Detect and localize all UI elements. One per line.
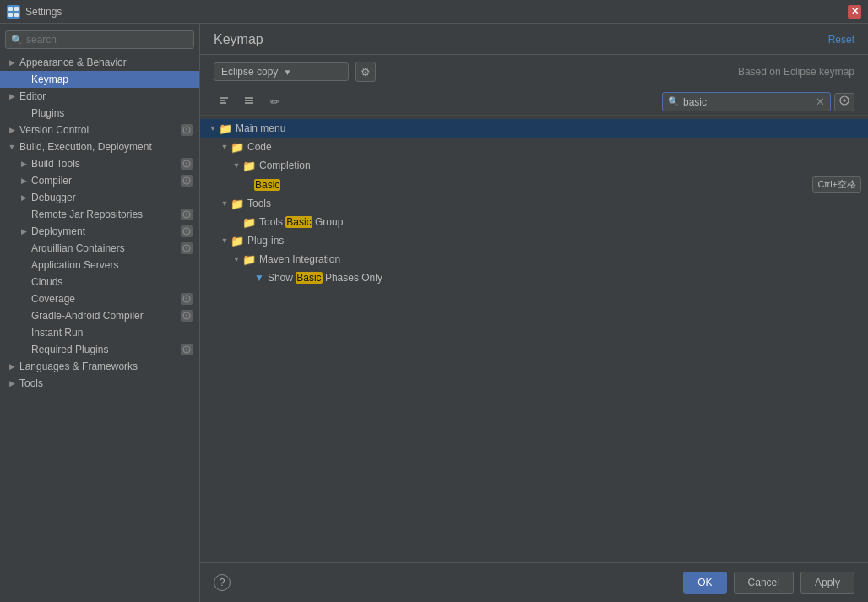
app-icon: [7, 5, 20, 19]
svg-point-18: [186, 232, 187, 233]
sidebar-arrow-icon: ▼: [7, 142, 17, 152]
search-regex-button[interactable]: [834, 93, 854, 111]
sidebar-badge: [181, 293, 193, 305]
sidebar-item-application-servers[interactable]: Application Servers: [0, 257, 199, 274]
sidebar-item-instant-run[interactable]: Instant Run: [0, 324, 199, 341]
tree-item-plug-ins[interactable]: ▼ 📁 Plug-ins: [200, 231, 868, 250]
sidebar-search-box[interactable]: 🔍: [5, 30, 194, 49]
sidebar-item-required-plugins[interactable]: Required Plugins: [0, 341, 199, 358]
sidebar-item-coverage[interactable]: Coverage: [0, 290, 199, 307]
sidebar-badge: [181, 209, 193, 220]
tree-item-maven-integration[interactable]: ▼ 📁 Maven Integration: [200, 250, 868, 268]
tree-label: Maven Integration: [259, 253, 861, 265]
tree-item-tools-basic-group[interactable]: 📁 Tools Basic Group: [200, 213, 868, 231]
title-bar-left: Settings: [7, 5, 62, 19]
sidebar-item-compiler[interactable]: ▶Compiler: [0, 172, 199, 189]
sidebar-arrow-icon: ▶: [19, 159, 29, 169]
search-clear-button[interactable]: ✕: [816, 95, 825, 108]
sidebar-item-label: Coverage: [31, 293, 75, 305]
tree-item-show-basic-phases-only[interactable]: ▼ Show Basic Phases Only: [200, 268, 868, 287]
sidebar-arrow-icon: ▶: [19, 226, 29, 236]
sidebar-arrow-icon: ▶: [7, 91, 17, 101]
edit-button[interactable]: ✏: [264, 93, 285, 111]
cancel-button[interactable]: Cancel: [734, 572, 794, 594]
sidebar-search-input[interactable]: [26, 34, 188, 46]
sidebar-arrow-icon: ▶: [7, 361, 17, 372]
svg-point-6: [186, 131, 187, 132]
sidebar-badge: [181, 225, 193, 237]
sidebar-item-label: Build, Execution, Deployment: [19, 141, 152, 153]
tree-item-tools[interactable]: ▼ 📁 Tools: [200, 194, 868, 213]
sidebar-badge: [181, 158, 193, 170]
sidebar-item-label: Editor: [19, 90, 46, 102]
sidebar-item-label: Languages & Frameworks: [19, 361, 138, 372]
collapse-all-icon: [218, 95, 230, 109]
sidebar-item-plugins[interactable]: Plugins: [0, 105, 199, 122]
arrow-icon: ▼: [207, 122, 219, 134]
tree-label: Plug-ins: [247, 235, 861, 247]
ok-button[interactable]: OK: [683, 572, 726, 594]
svg-point-9: [186, 165, 187, 165]
sidebar-search-icon: 🔍: [11, 35, 23, 46]
keymap-gear-button[interactable]: ⚙: [355, 62, 376, 82]
search-field-row: 🔍 ✕: [662, 92, 854, 111]
expand-all-button[interactable]: [239, 93, 259, 111]
dropdown-arrow-icon: ▼: [283, 68, 291, 77]
keymap-search-input[interactable]: [683, 96, 812, 108]
sidebar-item-label: Plugins: [31, 107, 64, 119]
sidebar-item-arquillian-containers[interactable]: Arquillian Containers: [0, 240, 199, 257]
sidebar-item-appearance-behavior[interactable]: ▶Appearance & Behavior: [0, 54, 199, 71]
tree-item-basic[interactable]: Basic Ctrl+空格: [200, 175, 868, 194]
arrow-icon: ▼: [231, 253, 242, 265]
sidebar-item-debugger[interactable]: ▶Debugger: [0, 189, 199, 206]
tree-item-code[interactable]: ▼ 📁 Code: [200, 138, 868, 156]
sidebar-item-remote-jar-repositories[interactable]: Remote Jar Repositories: [0, 206, 199, 223]
keymap-search-field[interactable]: 🔍 ✕: [662, 92, 831, 111]
highlight-basic: Basic: [296, 272, 322, 284]
svg-rect-2: [8, 13, 13, 17]
svg-point-27: [186, 317, 187, 317]
sidebar: 🔍 ▶Appearance & BehaviorKeymap▶EditorPlu…: [0, 24, 200, 602]
content-title: Keymap: [214, 32, 263, 47]
sidebar-item-label: Instant Run: [31, 327, 83, 339]
main-container: 🔍 ▶Appearance & BehaviorKeymap▶EditorPlu…: [0, 24, 868, 602]
reset-link[interactable]: Reset: [828, 34, 854, 46]
shortcut-badge: Ctrl+空格: [812, 176, 861, 193]
svg-point-30: [186, 350, 187, 351]
sidebar-items-container: ▶Appearance & BehaviorKeymap▶EditorPlugi…: [0, 54, 199, 392]
arrow-icon: ▼: [219, 141, 231, 153]
content-area: Keymap Reset Eclipse copy ▼ ⚙ Based on E…: [200, 24, 868, 602]
sidebar-item-clouds[interactable]: Clouds: [0, 274, 199, 290]
arrow-icon: ▼: [219, 235, 231, 247]
highlight-basic: Basic: [285, 216, 312, 228]
tree-item-main-menu[interactable]: ▼ 📁 Main menu: [200, 119, 868, 138]
svg-point-12: [186, 182, 187, 182]
sidebar-item-version-control[interactable]: ▶Version Control: [0, 122, 199, 138]
sidebar-item-tools[interactable]: ▶Tools: [0, 375, 199, 392]
sidebar-item-languages-frameworks[interactable]: ▶Languages & Frameworks: [0, 358, 199, 375]
sidebar-badge: [181, 124, 193, 136]
sidebar-item-editor[interactable]: ▶Editor: [0, 88, 199, 105]
sidebar-item-build-execution-deployment[interactable]: ▼Build, Execution, Deployment: [0, 138, 199, 155]
folder-icon: 📁: [242, 253, 256, 266]
keymap-dropdown[interactable]: Eclipse copy ▼: [214, 62, 349, 81]
sidebar-item-gradle-android-compiler[interactable]: Gradle-Android Compiler: [0, 307, 199, 324]
svg-rect-1: [14, 7, 19, 11]
collapse-all-button[interactable]: [214, 93, 234, 111]
sidebar-item-deployment[interactable]: ▶Deployment: [0, 223, 199, 240]
tree-label: Show Basic Phases Only: [268, 272, 861, 284]
keymap-description: Based on Eclipse keymap: [738, 66, 854, 78]
highlight-basic: Basic: [254, 179, 280, 191]
sidebar-item-build-tools[interactable]: ▶Build Tools: [0, 155, 199, 172]
sidebar-item-keymap[interactable]: Keymap: [0, 71, 199, 88]
arrow-icon: [242, 179, 254, 191]
apply-button[interactable]: Apply: [800, 572, 854, 594]
tree-label: Main menu: [236, 122, 861, 134]
help-button[interactable]: ?: [214, 574, 231, 591]
sidebar-item-label: Clouds: [31, 276, 62, 288]
tree-item-completion[interactable]: ▼ 📁 Completion: [200, 156, 868, 175]
close-button[interactable]: ✕: [848, 5, 861, 19]
sidebar-badge: [181, 344, 193, 355]
sidebar-item-label: Keymap: [31, 73, 68, 85]
sidebar-item-label: Appearance & Behavior: [19, 57, 127, 68]
